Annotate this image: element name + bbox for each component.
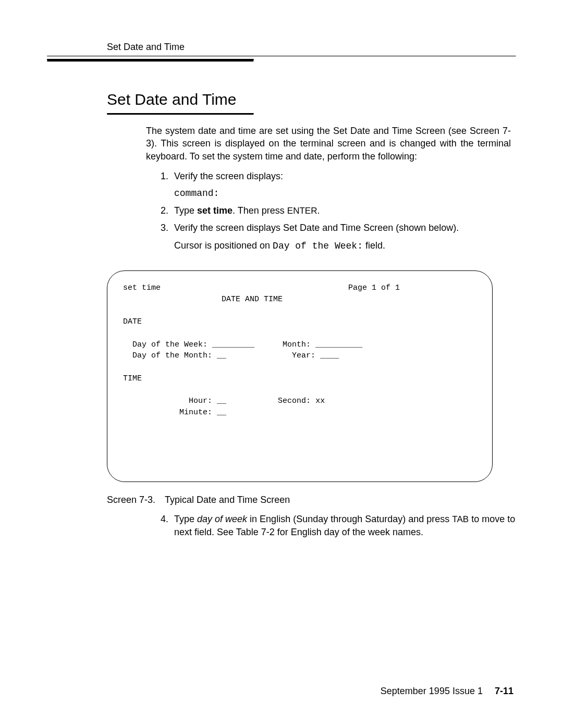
terminal-screen-wrap: set time Page 1 of 1 DATE AND TIME DATE … — [107, 270, 493, 482]
step-1-text: Verify the screen displays: — [174, 171, 283, 181]
month-blank: __________ — [315, 340, 362, 349]
intro-paragraph: The system date and time are set using t… — [146, 125, 511, 163]
rule-thick — [47, 59, 254, 62]
hour-blank: __ — [217, 397, 226, 405]
terminal-screen: set time Page 1 of 1 DATE AND TIME DATE … — [107, 270, 493, 482]
footer-page-number: 7-11 — [495, 686, 513, 696]
year-label: Year: — [292, 351, 315, 360]
dow-blank: _________ — [212, 340, 254, 349]
dom-label: Day of the Month: — [132, 351, 212, 360]
footer-issue: September 1995 Issue 1 — [381, 686, 483, 696]
step-3-b1: Cursor is positioned on — [174, 240, 273, 251]
hour-label: Hour: — [189, 397, 212, 405]
section-title: Set Date and Time — [107, 91, 516, 108]
screen-title: DATE AND TIME — [222, 295, 283, 304]
screen-page: Page 1 of 1 — [348, 283, 400, 292]
step-1-code: command: — [174, 187, 516, 200]
year-blank: ____ — [320, 351, 339, 360]
screen-date-hdr: DATE — [123, 317, 142, 326]
step-4-b: in English (Sunday through Saturday) and… — [247, 514, 452, 524]
running-head: Set Date and Time — [107, 42, 516, 53]
second-val: xx — [315, 397, 325, 405]
step-list-cont: Type day of week in English (Sunday thro… — [146, 513, 516, 539]
step-3-a: Verify the screen displays Set Date and … — [174, 223, 459, 233]
step-list: Verify the screen displays: command: Typ… — [146, 170, 516, 253]
step-2: Type set time. Then press ENTER. — [171, 204, 516, 217]
intro-text: The system date and time are set using t… — [146, 125, 511, 163]
title-underline — [107, 113, 254, 115]
step-3-b2: field. — [363, 240, 385, 251]
step-1: Verify the screen displays: command: — [171, 170, 516, 200]
dom-blank: __ — [217, 351, 226, 360]
screen-time-hdr: TIME — [123, 374, 142, 383]
step-2-b: . Then press — [232, 205, 287, 216]
step-4-italic: day of week — [197, 514, 247, 524]
minute-blank: __ — [217, 408, 226, 417]
month-label: Month: — [283, 340, 311, 349]
caption-text: Typical Date and Time Screen — [165, 495, 290, 505]
step-4: Type day of week in English (Sunday thro… — [171, 513, 516, 539]
minute-label: Minute: — [179, 408, 212, 417]
step-3: Verify the screen displays Set Date and … — [171, 221, 516, 252]
step-2-c: . — [317, 205, 320, 216]
step-3-sub: Cursor is positioned on Day of the Week:… — [174, 239, 516, 253]
step-4-key: TAB — [452, 514, 469, 524]
step-3-code: Day of the Week: — [273, 241, 363, 251]
page-footer: September 1995 Issue 1 7-11 — [381, 686, 513, 697]
screen-cmd: set time — [123, 283, 161, 292]
screen-caption: Screen 7-3.Typical Date and Time Screen — [107, 495, 516, 505]
second-label: Second: — [278, 397, 311, 405]
step-4-a: Type — [174, 514, 197, 524]
rule-thin — [47, 56, 516, 57]
caption-number: Screen 7-3. — [107, 495, 155, 505]
step-2-bold: set time — [197, 205, 232, 216]
page: Set Date and Time Set Date and Time The … — [0, 0, 563, 728]
step-2-a: Type — [174, 205, 197, 216]
dow-label: Day of the Week: — [132, 340, 207, 349]
step-2-key: ENTER — [287, 206, 317, 216]
